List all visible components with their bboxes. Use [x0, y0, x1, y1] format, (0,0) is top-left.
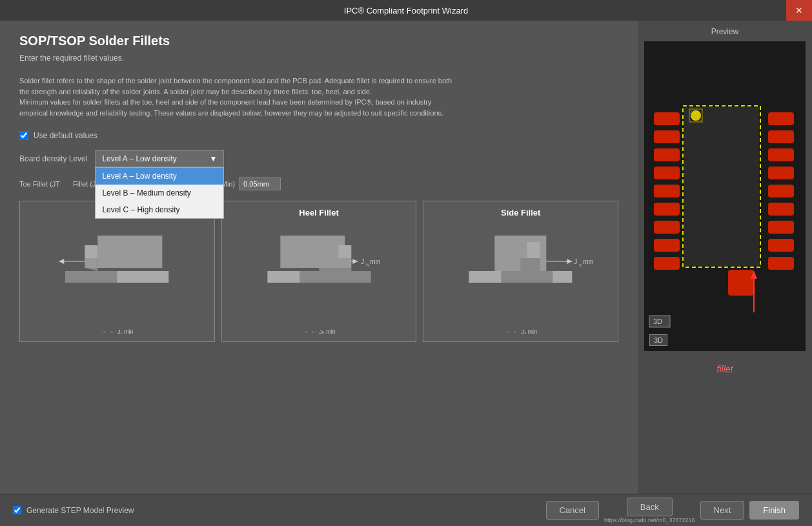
pcb-preview-svg: 3D: [644, 41, 806, 351]
generate-step-label: Generate STEP Model Preview: [26, 506, 134, 515]
svg-marker-31: [521, 258, 540, 271]
fillet-diagrams: Toe Fillet J t min: [19, 201, 618, 342]
toe-fillet-svg: J t min: [26, 223, 208, 313]
svg-marker-32: [502, 271, 553, 283]
titlebar: IPC® Compliant Footprint Wizard ✕: [0, 0, 812, 21]
density-option-c[interactable]: Level C – High density: [96, 201, 223, 218]
svg-marker-10: [85, 258, 97, 268]
svg-rect-7: [85, 245, 97, 258]
titlebar-title: IPC® Compliant Footprint Wizard: [344, 6, 468, 15]
side-fillet-diagram: J s min: [430, 223, 611, 326]
desc-line1: Solder fillet refers to the shape of the…: [19, 77, 452, 85]
generate-step-checkbox[interactable]: [13, 506, 21, 514]
heel-arrow-label: →←Jₕ min: [228, 329, 410, 335]
svg-marker-21: [299, 268, 370, 283]
main-area: SOP/TSOP Solder Fillets Enter the requir…: [0, 21, 812, 494]
svg-rect-18: [338, 245, 351, 258]
use-default-checkbox[interactable]: [19, 131, 28, 140]
toe-fillet-label: Toe Fillet (JT: [19, 180, 60, 188]
side-fillet-input[interactable]: [239, 177, 281, 190]
svg-rect-47: [768, 167, 794, 179]
cancel-button[interactable]: Cancel: [546, 501, 599, 520]
svg-rect-37: [654, 148, 680, 161]
heel-fillet-diagram: J h min: [228, 223, 410, 326]
svg-text:J: J: [574, 258, 578, 265]
svg-rect-40: [654, 203, 680, 216]
svg-rect-41: [654, 221, 680, 234]
density-dropdown[interactable]: Level A – Low density Level B – Medium d…: [95, 167, 224, 219]
svg-text:s: s: [580, 263, 582, 267]
svg-rect-51: [768, 239, 794, 252]
generate-step-row: Generate STEP Model Preview: [13, 506, 134, 515]
url-bar: https://blog.csdn.net/m0_37872216: [604, 517, 695, 523]
toe-fillet-diagram: J t min: [26, 223, 208, 326]
svg-rect-46: [768, 148, 794, 161]
svg-rect-42: [654, 239, 680, 252]
svg-rect-54: [684, 107, 759, 266]
preview-label: Preview: [711, 27, 739, 36]
3d-button[interactable]: 3D: [649, 334, 667, 346]
side-fillet-title: Side Fillet: [430, 208, 611, 217]
use-default-row: Use default values: [19, 131, 618, 140]
svg-marker-1: [59, 259, 64, 264]
density-selected-value: Level A – Low density: [102, 154, 176, 163]
desc-line4: empirical knowledge and reliability test…: [19, 109, 443, 117]
svg-rect-36: [654, 130, 680, 143]
svg-rect-50: [768, 221, 794, 234]
svg-rect-17: [280, 236, 345, 268]
side-arrow-label: →←Jₛ min: [430, 329, 611, 335]
side-fillet-box: Side Fillet J s min: [423, 201, 618, 342]
right-panel: Preview: [638, 21, 812, 494]
svg-rect-6: [97, 236, 162, 268]
toe-arrow-label: →←Jₜ min: [26, 329, 208, 335]
close-button[interactable]: ✕: [786, 0, 812, 21]
page-subtitle: Enter the required fillet values.: [19, 54, 618, 63]
density-label: Board density Level: [19, 154, 87, 163]
svg-rect-45: [768, 130, 794, 143]
toe-fillet-group: Toe Fillet (JT: [19, 180, 60, 188]
next-button[interactable]: Next: [700, 501, 745, 520]
svg-text:min: min: [584, 258, 594, 265]
bottom-bar: Generate STEP Model Preview Cancel Back …: [0, 494, 812, 526]
svg-rect-49: [768, 203, 794, 216]
svg-marker-24: [567, 259, 573, 264]
svg-marker-13: [352, 259, 358, 264]
svg-text:h: h: [366, 263, 369, 267]
density-select-wrapper[interactable]: Level A – Low density ▼ Level A – Low de…: [95, 150, 224, 167]
svg-rect-43: [654, 257, 680, 270]
heel-fillet-title: Heel Fillet: [228, 208, 410, 217]
density-row: Board density Level Level A – Low densit…: [19, 150, 618, 167]
svg-rect-53: [728, 270, 754, 296]
svg-rect-44: [768, 112, 794, 125]
svg-rect-35: [654, 112, 680, 125]
svg-text:J: J: [361, 258, 364, 265]
svg-rect-39: [654, 185, 680, 197]
svg-marker-20: [338, 258, 351, 268]
density-select-display[interactable]: Level A – Low density ▼: [95, 150, 224, 167]
side-fillet-svg: J s min: [430, 223, 611, 313]
fillet-annotation: fillet: [717, 364, 733, 374]
svg-rect-38: [654, 167, 680, 179]
svg-text:3D: 3D: [653, 318, 662, 325]
use-default-label: Use default values: [34, 131, 97, 140]
desc-line2: the strength and reliability of the sold…: [19, 88, 372, 96]
finish-button[interactable]: Finish: [749, 501, 799, 520]
svg-rect-48: [768, 185, 794, 197]
heel-fillet-svg: J h min: [228, 223, 410, 313]
heel-fillet-box: Heel Fillet J h min: [221, 201, 417, 342]
bottom-buttons: Cancel Back https://blog.csdn.net/m0_378…: [546, 498, 800, 523]
density-option-b[interactable]: Level B – Medium density: [96, 185, 223, 201]
svg-rect-52: [768, 257, 794, 270]
svg-marker-9: [65, 268, 117, 283]
svg-text:min: min: [370, 258, 380, 265]
desc-line3: Minimum values for solder fillets at the…: [19, 98, 432, 106]
back-button[interactable]: Back: [627, 498, 673, 516]
density-option-a[interactable]: Level A – Low density: [96, 168, 223, 185]
dropdown-arrow-icon: ▼: [210, 154, 218, 163]
left-panel: SOP/TSOP Solder Fillets Enter the requir…: [0, 21, 638, 494]
toe-fillet-box: Toe Fillet J t min: [19, 201, 215, 342]
description-text: Solder fillet refers to the shape of the…: [19, 76, 618, 118]
page-title: SOP/TSOP Solder Fillets: [19, 34, 618, 48]
preview-canvas: 3D 3D: [644, 41, 806, 351]
